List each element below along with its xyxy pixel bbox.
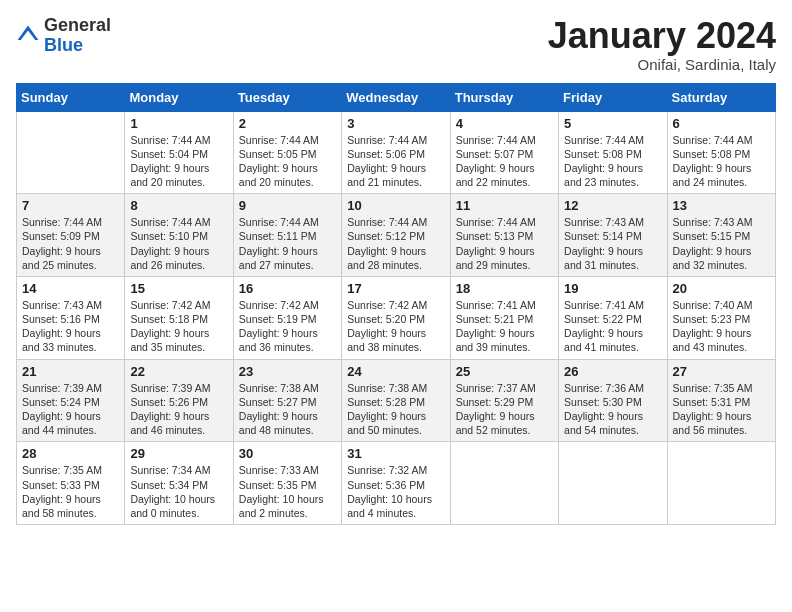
day-info: Sunrise: 7:38 AMSunset: 5:27 PMDaylight:… [239, 381, 336, 438]
day-number: 3 [347, 116, 444, 131]
day-number: 17 [347, 281, 444, 296]
title-block: January 2024 Onifai, Sardinia, Italy [548, 16, 776, 73]
day-number: 25 [456, 364, 553, 379]
calendar-week-row: 14Sunrise: 7:43 AMSunset: 5:16 PMDayligh… [17, 276, 776, 359]
calendar-cell: 11Sunrise: 7:44 AMSunset: 5:13 PMDayligh… [450, 194, 558, 277]
calendar-cell: 8Sunrise: 7:44 AMSunset: 5:10 PMDaylight… [125, 194, 233, 277]
day-number: 28 [22, 446, 119, 461]
day-number: 27 [673, 364, 770, 379]
calendar-cell: 13Sunrise: 7:43 AMSunset: 5:15 PMDayligh… [667, 194, 775, 277]
day-info: Sunrise: 7:43 AMSunset: 5:15 PMDaylight:… [673, 215, 770, 272]
calendar-cell [559, 442, 667, 525]
day-info: Sunrise: 7:44 AMSunset: 5:08 PMDaylight:… [564, 133, 661, 190]
calendar-cell: 19Sunrise: 7:41 AMSunset: 5:22 PMDayligh… [559, 276, 667, 359]
day-number: 11 [456, 198, 553, 213]
day-info: Sunrise: 7:33 AMSunset: 5:35 PMDaylight:… [239, 463, 336, 520]
calendar-cell: 25Sunrise: 7:37 AMSunset: 5:29 PMDayligh… [450, 359, 558, 442]
day-info: Sunrise: 7:44 AMSunset: 5:07 PMDaylight:… [456, 133, 553, 190]
calendar-week-row: 7Sunrise: 7:44 AMSunset: 5:09 PMDaylight… [17, 194, 776, 277]
calendar-cell: 21Sunrise: 7:39 AMSunset: 5:24 PMDayligh… [17, 359, 125, 442]
calendar-cell: 18Sunrise: 7:41 AMSunset: 5:21 PMDayligh… [450, 276, 558, 359]
calendar-week-row: 1Sunrise: 7:44 AMSunset: 5:04 PMDaylight… [17, 111, 776, 194]
calendar-cell: 27Sunrise: 7:35 AMSunset: 5:31 PMDayligh… [667, 359, 775, 442]
header-cell-friday: Friday [559, 83, 667, 111]
day-info: Sunrise: 7:43 AMSunset: 5:16 PMDaylight:… [22, 298, 119, 355]
day-number: 10 [347, 198, 444, 213]
day-number: 31 [347, 446, 444, 461]
location-subtitle: Onifai, Sardinia, Italy [548, 56, 776, 73]
day-info: Sunrise: 7:44 AMSunset: 5:05 PMDaylight:… [239, 133, 336, 190]
day-number: 12 [564, 198, 661, 213]
calendar-cell: 14Sunrise: 7:43 AMSunset: 5:16 PMDayligh… [17, 276, 125, 359]
day-info: Sunrise: 7:34 AMSunset: 5:34 PMDaylight:… [130, 463, 227, 520]
day-number: 15 [130, 281, 227, 296]
calendar-cell: 28Sunrise: 7:35 AMSunset: 5:33 PMDayligh… [17, 442, 125, 525]
calendar-cell [667, 442, 775, 525]
day-info: Sunrise: 7:39 AMSunset: 5:24 PMDaylight:… [22, 381, 119, 438]
calendar-cell: 30Sunrise: 7:33 AMSunset: 5:35 PMDayligh… [233, 442, 341, 525]
day-number: 21 [22, 364, 119, 379]
calendar-header-row: SundayMondayTuesdayWednesdayThursdayFrid… [17, 83, 776, 111]
day-number: 20 [673, 281, 770, 296]
calendar-cell: 29Sunrise: 7:34 AMSunset: 5:34 PMDayligh… [125, 442, 233, 525]
month-title: January 2024 [548, 16, 776, 56]
day-info: Sunrise: 7:44 AMSunset: 5:13 PMDaylight:… [456, 215, 553, 272]
day-number: 30 [239, 446, 336, 461]
day-number: 16 [239, 281, 336, 296]
header-cell-saturday: Saturday [667, 83, 775, 111]
day-number: 26 [564, 364, 661, 379]
logo-icon [16, 24, 40, 48]
day-number: 23 [239, 364, 336, 379]
day-info: Sunrise: 7:36 AMSunset: 5:30 PMDaylight:… [564, 381, 661, 438]
calendar-cell: 31Sunrise: 7:32 AMSunset: 5:36 PMDayligh… [342, 442, 450, 525]
calendar-cell [17, 111, 125, 194]
calendar-cell: 2Sunrise: 7:44 AMSunset: 5:05 PMDaylight… [233, 111, 341, 194]
logo-general-text: General [44, 15, 111, 35]
day-info: Sunrise: 7:43 AMSunset: 5:14 PMDaylight:… [564, 215, 661, 272]
header-cell-thursday: Thursday [450, 83, 558, 111]
day-info: Sunrise: 7:42 AMSunset: 5:18 PMDaylight:… [130, 298, 227, 355]
day-info: Sunrise: 7:42 AMSunset: 5:20 PMDaylight:… [347, 298, 444, 355]
header: General Blue January 2024 Onifai, Sardin… [16, 16, 776, 73]
calendar-cell: 1Sunrise: 7:44 AMSunset: 5:04 PMDaylight… [125, 111, 233, 194]
day-info: Sunrise: 7:44 AMSunset: 5:08 PMDaylight:… [673, 133, 770, 190]
day-number: 8 [130, 198, 227, 213]
day-info: Sunrise: 7:38 AMSunset: 5:28 PMDaylight:… [347, 381, 444, 438]
day-number: 9 [239, 198, 336, 213]
calendar-week-row: 28Sunrise: 7:35 AMSunset: 5:33 PMDayligh… [17, 442, 776, 525]
day-info: Sunrise: 7:35 AMSunset: 5:31 PMDaylight:… [673, 381, 770, 438]
day-info: Sunrise: 7:44 AMSunset: 5:12 PMDaylight:… [347, 215, 444, 272]
calendar-cell: 15Sunrise: 7:42 AMSunset: 5:18 PMDayligh… [125, 276, 233, 359]
day-number: 13 [673, 198, 770, 213]
calendar-cell: 9Sunrise: 7:44 AMSunset: 5:11 PMDaylight… [233, 194, 341, 277]
day-info: Sunrise: 7:32 AMSunset: 5:36 PMDaylight:… [347, 463, 444, 520]
calendar-cell: 23Sunrise: 7:38 AMSunset: 5:27 PMDayligh… [233, 359, 341, 442]
day-info: Sunrise: 7:41 AMSunset: 5:21 PMDaylight:… [456, 298, 553, 355]
day-info: Sunrise: 7:42 AMSunset: 5:19 PMDaylight:… [239, 298, 336, 355]
calendar-cell: 26Sunrise: 7:36 AMSunset: 5:30 PMDayligh… [559, 359, 667, 442]
calendar-cell: 22Sunrise: 7:39 AMSunset: 5:26 PMDayligh… [125, 359, 233, 442]
calendar-cell: 10Sunrise: 7:44 AMSunset: 5:12 PMDayligh… [342, 194, 450, 277]
calendar-cell: 20Sunrise: 7:40 AMSunset: 5:23 PMDayligh… [667, 276, 775, 359]
day-info: Sunrise: 7:40 AMSunset: 5:23 PMDaylight:… [673, 298, 770, 355]
day-info: Sunrise: 7:44 AMSunset: 5:09 PMDaylight:… [22, 215, 119, 272]
day-number: 19 [564, 281, 661, 296]
day-info: Sunrise: 7:44 AMSunset: 5:06 PMDaylight:… [347, 133, 444, 190]
calendar-cell: 3Sunrise: 7:44 AMSunset: 5:06 PMDaylight… [342, 111, 450, 194]
day-number: 22 [130, 364, 227, 379]
header-cell-wednesday: Wednesday [342, 83, 450, 111]
logo: General Blue [16, 16, 111, 56]
calendar-week-row: 21Sunrise: 7:39 AMSunset: 5:24 PMDayligh… [17, 359, 776, 442]
header-cell-tuesday: Tuesday [233, 83, 341, 111]
day-info: Sunrise: 7:37 AMSunset: 5:29 PMDaylight:… [456, 381, 553, 438]
calendar-cell: 24Sunrise: 7:38 AMSunset: 5:28 PMDayligh… [342, 359, 450, 442]
day-number: 1 [130, 116, 227, 131]
calendar-cell: 4Sunrise: 7:44 AMSunset: 5:07 PMDaylight… [450, 111, 558, 194]
day-info: Sunrise: 7:44 AMSunset: 5:04 PMDaylight:… [130, 133, 227, 190]
day-info: Sunrise: 7:41 AMSunset: 5:22 PMDaylight:… [564, 298, 661, 355]
calendar-cell: 12Sunrise: 7:43 AMSunset: 5:14 PMDayligh… [559, 194, 667, 277]
calendar-cell: 16Sunrise: 7:42 AMSunset: 5:19 PMDayligh… [233, 276, 341, 359]
calendar-cell [450, 442, 558, 525]
day-number: 14 [22, 281, 119, 296]
day-number: 18 [456, 281, 553, 296]
